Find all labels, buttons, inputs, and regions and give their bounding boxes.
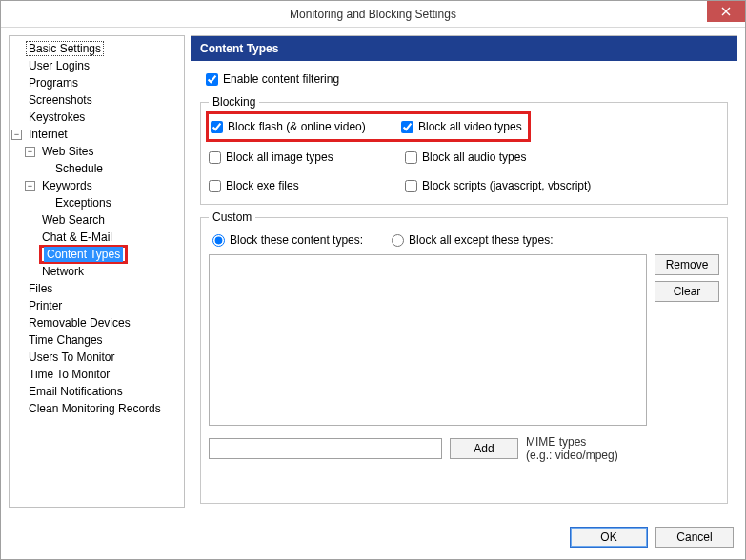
collapse-icon[interactable]: − <box>25 181 35 191</box>
tree-item-printer[interactable]: Printer <box>11 297 182 314</box>
tree-item-files[interactable]: Files <box>11 280 182 297</box>
window-title: Monitoring and Blocking Settings <box>1 8 745 21</box>
tree-item-time-to-monitor[interactable]: Time To Monitor <box>11 366 182 383</box>
tree-item-user-logins[interactable]: User Logins <box>11 57 182 74</box>
block-scripts-checkbox[interactable]: Block scripts (javascript, vbscript) <box>405 179 719 192</box>
tree-item-email-notifications[interactable]: Email Notifications <box>11 383 182 400</box>
blocking-legend: Blocking <box>209 95 259 109</box>
custom-group: Custom Block these content types: Block … <box>200 210 728 504</box>
content-panel: Content Types Enable content filtering B… <box>191 35 737 508</box>
content-types-listbox[interactable] <box>209 254 647 426</box>
collapse-icon[interactable]: − <box>25 147 35 157</box>
tree-item-schedule[interactable]: Schedule <box>38 160 182 177</box>
tree-item-exceptions[interactable]: Exceptions <box>38 194 182 211</box>
tree-item-removable-devices[interactable]: Removable Devices <box>11 314 182 331</box>
block-all-audio-checkbox[interactable]: Block all audio types <box>405 150 719 164</box>
custom-legend: Custom <box>209 210 255 224</box>
mime-input[interactable] <box>209 438 442 459</box>
blocking-group: Blocking Block flash (& online video) <box>200 95 728 205</box>
tree-item-clean-records[interactable]: Clean Monitoring Records <box>11 400 182 417</box>
radio-block-except[interactable]: Block all except these types: <box>392 233 553 247</box>
tree-item-internet[interactable]: −Internet <box>11 126 182 143</box>
tree-item-keystrokes[interactable]: Keystrokes <box>11 109 182 126</box>
ok-button[interactable]: OK <box>570 527 648 548</box>
tree-item-chat-email[interactable]: Chat & E-Mail <box>25 229 182 246</box>
tree-item-time-changes[interactable]: Time Changes <box>11 331 182 349</box>
dialog-footer: OK Cancel <box>1 515 745 559</box>
block-exe-checkbox[interactable]: Block exe files <box>209 179 399 192</box>
tree-item-users-to-monitor[interactable]: Users To Monitor <box>11 349 182 366</box>
close-icon <box>721 7 731 16</box>
close-button[interactable] <box>707 1 745 22</box>
add-button[interactable]: Add <box>450 438 518 459</box>
settings-window: Monitoring and Blocking Settings Basic S… <box>0 0 746 560</box>
collapse-icon[interactable]: − <box>11 130 22 140</box>
remove-button[interactable]: Remove <box>655 254 719 275</box>
cancel-button[interactable]: Cancel <box>655 527 734 548</box>
tree-item-basic-settings[interactable]: Basic Settings <box>11 40 182 57</box>
clear-button[interactable]: Clear <box>655 281 719 302</box>
block-all-video-checkbox[interactable]: Block all video types <box>401 120 522 133</box>
tree-item-web-search[interactable]: Web Search <box>25 211 182 229</box>
enable-content-filtering-checkbox[interactable]: Enable content filtering <box>206 72 728 86</box>
block-flash-checkbox[interactable]: Block flash (& online video) <box>211 120 395 133</box>
radio-block-these[interactable]: Block these content types: <box>212 233 363 247</box>
block-all-image-checkbox[interactable]: Block all image types <box>209 150 399 164</box>
tree-item-content-types[interactable]: Content Types <box>25 246 182 263</box>
tree-item-web-sites[interactable]: −Web Sites <box>25 143 182 160</box>
mime-hint: MIME types (e.g.: video/mpeg) <box>526 435 618 463</box>
tree-item-programs[interactable]: Programs <box>11 74 182 91</box>
section-header: Content Types <box>191 36 737 61</box>
tree-item-screenshots[interactable]: Screenshots <box>11 91 182 109</box>
nav-tree[interactable]: Basic Settings User Logins Programs Scre… <box>9 35 185 508</box>
tree-item-network[interactable]: Network <box>25 263 182 280</box>
titlebar: Monitoring and Blocking Settings <box>1 1 745 28</box>
tree-item-keywords[interactable]: −Keywords <box>25 177 182 194</box>
